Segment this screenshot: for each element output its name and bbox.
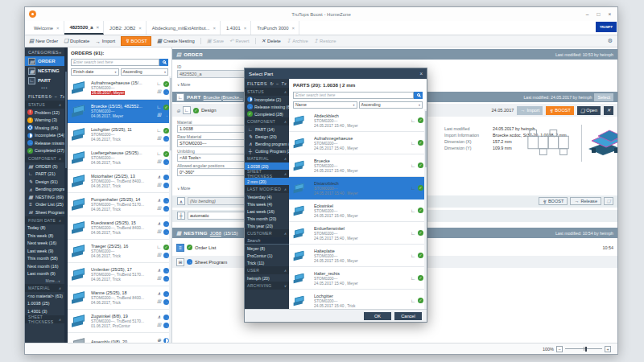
close-dialog-icon[interactable] bbox=[419, 71, 423, 76]
filter-item[interactable]: ProContur (1) bbox=[245, 252, 289, 259]
order-card[interactable]: Traeger (25/25), 16 STOM0200--- 04.06.20… bbox=[68, 240, 171, 263]
filter-item[interactable]: Last month (9) bbox=[25, 270, 64, 278]
filter-section-header-status[interactable]: STATUS bbox=[25, 101, 64, 109]
filter-item[interactable]: Yesterday (4) bbox=[245, 193, 289, 200]
part-list-item[interactable]: Bruecke STOM0200--- 24.05.2017 15:40 , M… bbox=[289, 154, 427, 177]
filter-item[interactable]: Meyer (8) bbox=[245, 245, 289, 252]
filter-item[interactable]: 1.0038 (25) bbox=[25, 300, 64, 308]
filter-item[interactable]: Problem (12) bbox=[25, 109, 64, 117]
nesting-job-link[interactable]: JOB8 bbox=[210, 231, 221, 236]
customer-search-input[interactable]: Search bbox=[245, 237, 289, 245]
boost-part-button[interactable]: ↯BOOST bbox=[539, 197, 568, 205]
sidebar-category-item[interactable]: NESTING bbox=[25, 66, 64, 76]
order-card[interactable]: Lochgitter (25/25), 11 STOM0200--- 04.06… bbox=[68, 123, 171, 146]
collapse-filters-icon[interactable] bbox=[276, 81, 279, 86]
filter-item[interactable]: This year (20) bbox=[245, 222, 289, 229]
filter-item[interactable]: This month (58) bbox=[25, 255, 64, 263]
document-tab[interactable]: TruPunch 3000 bbox=[251, 21, 299, 35]
filter-section-header-finish-date[interactable]: FINISH DATE bbox=[25, 216, 64, 224]
filter-item[interactable]: Next week (16) bbox=[25, 240, 64, 248]
ok-button[interactable]: OK bbox=[364, 312, 391, 320]
toolbar-button[interactable]: Revert bbox=[229, 38, 250, 44]
order-card[interactable]: Pumpenhalter (25/25), 14 STOM0200---, Tr… bbox=[68, 193, 171, 216]
filter-item[interactable]: Incomplete (2) bbox=[245, 96, 289, 103]
parts-sort-direction-dropdown[interactable]: Ascending bbox=[359, 101, 423, 109]
filter-section-header-status[interactable]: STATUS bbox=[245, 88, 289, 96]
filter-section-header-sheet-thickness[interactable]: SHEET THICKNESS bbox=[25, 315, 64, 323]
part-list-item[interactable]: Lochgitter STOM0200--- 24.05.2017 15:40 … bbox=[289, 290, 427, 309]
filter-item[interactable]: Last week (9) bbox=[25, 247, 64, 255]
orders-search-input[interactable] bbox=[71, 59, 159, 66]
filter-item[interactable]: This week (4) bbox=[245, 200, 289, 208]
sidebar-category-item[interactable]: PART bbox=[25, 76, 64, 85]
dialog-title-bar[interactable]: Select Part bbox=[245, 68, 427, 79]
parts-search-input[interactable] bbox=[293, 92, 414, 99]
filter-section-header-component[interactable]: COMPONENT bbox=[245, 117, 289, 125]
order-card[interactable]: Rueckwand (25/25), 15 STOM0200---, TruBe… bbox=[68, 216, 171, 240]
cancel-button[interactable]: Cancel bbox=[394, 312, 422, 320]
filter-item[interactable]: Next month (16) bbox=[25, 262, 64, 270]
toolbar-button[interactable]: Import bbox=[95, 39, 115, 44]
document-tab[interactable]: 4825520_a bbox=[64, 21, 105, 35]
filter-item[interactable]: PART (21) bbox=[25, 171, 64, 179]
order-card[interactable]: Bruecke (15/15), 482552... STOM0200--- 0… bbox=[68, 100, 171, 123]
toolbar-button[interactable]: New Order bbox=[29, 38, 58, 44]
link-button[interactable]: ❏ bbox=[604, 197, 613, 205]
sort-direction-dropdown[interactable]: Ascending bbox=[121, 68, 169, 76]
toolbar-button[interactable]: Archive bbox=[287, 38, 308, 44]
collapse-filters-icon[interactable] bbox=[55, 94, 58, 99]
filter-item[interactable]: This month (20) bbox=[245, 215, 289, 222]
release-button[interactable]: →Release bbox=[570, 197, 601, 205]
filter-section-header-user[interactable]: USER bbox=[245, 266, 289, 274]
close-tab-icon[interactable] bbox=[138, 26, 142, 31]
more-filters-link[interactable]: More... bbox=[25, 278, 64, 284]
document-tab[interactable]: Welcome bbox=[28, 21, 64, 35]
filter-item[interactable]: Today (8) bbox=[25, 224, 64, 232]
more-categories-icon[interactable]: ••• bbox=[25, 85, 64, 92]
close-tab-icon[interactable] bbox=[56, 26, 60, 31]
filter-item[interactable]: Incomplete (54) bbox=[25, 132, 64, 140]
filter-item[interactable]: Cutting Program (2) bbox=[245, 147, 289, 154]
toolbar-button[interactable]: Delete bbox=[255, 38, 281, 44]
filter-section-header-material[interactable]: MATERIAL bbox=[25, 284, 64, 292]
filter-item[interactable]: ORDER (5) bbox=[25, 162, 64, 171]
more-toggle[interactable]: More bbox=[177, 82, 190, 87]
boost-button[interactable]: ↯BOOST bbox=[546, 106, 574, 115]
collapse-sidebar-icon[interactable] bbox=[59, 50, 62, 55]
select-part-button[interactable]: Select bbox=[594, 93, 613, 101]
document-tab[interactable]: JOB2: JOB2 bbox=[104, 21, 147, 35]
filter-item[interactable]: 2 mm (20) bbox=[245, 178, 289, 185]
filter-item[interactable]: Missing (64) bbox=[25, 124, 64, 132]
order-card[interactable]: Motorhalter (25/25), 13 STOM0200---, Tru… bbox=[68, 170, 171, 193]
close-tab-icon[interactable] bbox=[292, 26, 295, 31]
filter-section-header-archiving[interactable]: ARCHIVING bbox=[245, 282, 289, 290]
close-tab-icon[interactable] bbox=[213, 26, 216, 31]
order-card[interactable]: Umlenker (25/25), 17 STOM0200---, TruBen… bbox=[68, 263, 171, 286]
document-tab[interactable]: 1.4301 bbox=[221, 21, 251, 35]
refresh-filters-icon[interactable] bbox=[270, 81, 274, 86]
toolbar-button[interactable]: Duplicate bbox=[64, 38, 89, 44]
order-card[interactable]: Zugwinkel (8/8), 19 STOM0200---, TruBend… bbox=[68, 310, 171, 333]
toolbar-button[interactable]: BOOST bbox=[121, 36, 151, 46]
parts-scrollbar[interactable] bbox=[424, 109, 427, 309]
filter-section-header-customer[interactable]: CUSTOMER bbox=[245, 229, 289, 237]
filter-item[interactable]: NESTING (69) bbox=[25, 193, 64, 201]
part-link[interactable]: Bruecke (Bruecke... bbox=[204, 95, 243, 100]
order-card[interactable]: Aufnahmegehaeuse (15/... STOM0200--- 26.… bbox=[68, 76, 171, 100]
filter-item[interactable]: heimph (20) bbox=[245, 274, 289, 282]
sidebar-category-item[interactable]: ORDER bbox=[25, 56, 64, 66]
filter-item[interactable]: This week (8) bbox=[25, 232, 64, 240]
filter-section-header-last-modified[interactable]: LAST MODIFIED bbox=[245, 185, 289, 193]
filter-item[interactable]: Completed (27) bbox=[25, 147, 64, 155]
filter-item[interactable]: Release missing (6) bbox=[245, 103, 289, 110]
gear-icon[interactable] bbox=[608, 38, 613, 44]
filter-item[interactable]: Bending program (6) bbox=[245, 140, 289, 147]
open-button[interactable]: ❏Open bbox=[577, 106, 601, 115]
zoom-slider-handle[interactable] bbox=[585, 347, 587, 352]
part-list-item[interactable]: Aufnahmegehaeuse STOM0200--- 24.05.2017 … bbox=[289, 132, 427, 154]
toolbar-button[interactable]: Save bbox=[200, 38, 224, 44]
order-card[interactable]: Lueftergehaeuse (25/25)... STOM0200--- 0… bbox=[68, 146, 171, 170]
filter-item[interactable]: Last week (16) bbox=[245, 208, 289, 215]
order-card[interactable]: Assembly (0/8), 20 bbox=[68, 333, 171, 343]
zoom-out-button[interactable]: − bbox=[556, 346, 563, 352]
